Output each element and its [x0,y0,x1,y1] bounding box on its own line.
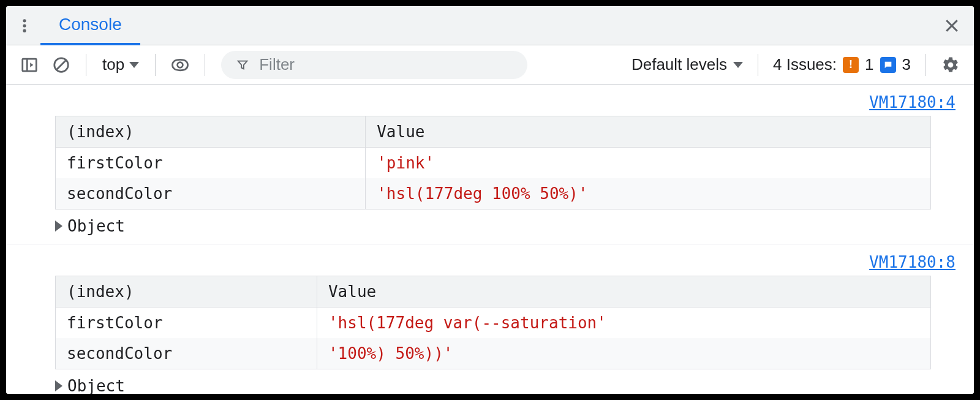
live-expression-button[interactable] [165,50,195,80]
filter-field[interactable] [221,51,527,79]
context-selector[interactable]: top [96,55,145,74]
table-cell-value: 'hsl(177deg var(--saturation' [317,308,930,339]
info-badge-icon [880,57,896,73]
svg-point-8 [178,62,183,67]
object-expand[interactable]: Object [55,377,974,394]
table-cell-index: secondColor [56,178,366,209]
svg-point-0 [23,19,26,22]
table-row: firstColor 'hsl(177deg var(--saturation' [56,308,931,339]
table-cell-value: 'hsl(177deg 100% 50%)' [366,178,931,209]
svg-point-1 [23,24,26,27]
svg-rect-3 [23,59,37,71]
console-table: (index) Value firstColor 'pink' secondCo… [55,116,931,209]
table-cell-value: 'pink' [366,148,931,179]
issues-label: 4 Issues: [773,55,837,74]
clear-console-button[interactable] [47,50,76,80]
close-button[interactable] [936,10,968,42]
disclosure-triangle-icon [55,221,62,232]
filter-icon [236,58,249,72]
disclosure-triangle-icon [55,380,62,391]
console-message: VM17180:8 (index) Value firstColor 'hsl(… [6,244,974,394]
table-row: firstColor 'pink' [56,148,931,179]
table-cell-index: secondColor [56,338,317,369]
table-header[interactable]: (index) [56,116,366,148]
table-header[interactable]: (index) [56,276,317,308]
context-label: top [102,55,124,74]
issues-warn-count: 1 [865,55,873,74]
svg-marker-5 [30,62,33,67]
chevron-down-icon [129,62,139,68]
object-expand[interactable]: Object [55,217,974,235]
object-label: Object [67,377,125,394]
source-link[interactable]: VM17180:4 [869,93,956,111]
table-cell-index: firstColor [56,148,366,179]
issues-info-count: 3 [902,55,911,74]
svg-line-7 [57,60,66,69]
console-messages: VM17180:4 (index) Value firstColor 'pink… [6,85,974,394]
console-settings-button[interactable] [936,50,965,80]
devtools-window: Console top Default levels [6,6,974,394]
table-cell-index: firstColor [56,308,317,339]
table-header[interactable]: Value [366,116,931,148]
console-message: VM17180:4 (index) Value firstColor 'pink… [6,85,974,244]
warning-badge-icon: ! [843,57,859,73]
object-label: Object [67,217,125,235]
console-table: (index) Value firstColor 'hsl(177deg var… [55,276,931,369]
issues-button[interactable]: 4 Issues: ! 1 3 [768,55,916,74]
filter-input[interactable] [258,55,513,75]
levels-label: Default levels [631,55,727,74]
table-row: secondColor '100%) 50%))' [56,338,931,369]
console-toolbar: top Default levels 4 Issues: ! 1 3 [6,45,974,85]
tab-label: Console [59,15,122,34]
tab-console[interactable]: Console [40,7,140,45]
source-link-row: VM17180:4 [6,89,974,116]
log-levels-selector[interactable]: Default levels [627,55,748,74]
toggle-sidebar-button[interactable] [15,50,44,80]
table-header[interactable]: Value [317,276,930,308]
table-cell-value: '100%) 50%))' [317,338,930,369]
table-row: secondColor 'hsl(177deg 100% 50%)' [56,178,931,209]
source-link-row: VM17180:8 [6,249,974,276]
more-menu-button[interactable] [9,6,40,45]
tab-bar: Console [6,6,974,45]
source-link[interactable]: VM17180:8 [869,253,956,271]
chevron-down-icon [733,62,743,68]
svg-point-2 [23,29,26,32]
